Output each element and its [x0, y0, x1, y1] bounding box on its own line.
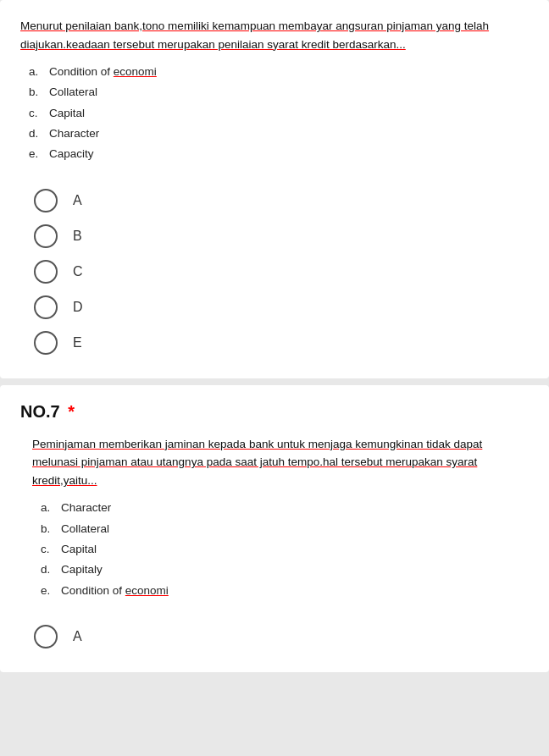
radio-row-1b[interactable]: B	[34, 224, 529, 248]
radio-circle-c[interactable]	[34, 260, 58, 284]
option-2e: e. Condition of economi	[41, 581, 529, 601]
radio-row-1e[interactable]: E	[34, 331, 529, 355]
question-text-2: Peminjaman memberikan jaminan kepada ban…	[32, 435, 529, 490]
question-card-2: NO.7 * Peminjaman memberikan jaminan kep…	[0, 385, 549, 672]
radio-label-2a: A	[73, 629, 82, 644]
section-label-2: NO.7	[20, 402, 60, 421]
option-1e: e. Capacity	[29, 144, 529, 164]
highlight-2e: economi	[125, 584, 169, 597]
option-2c: c. Capital	[41, 539, 529, 560]
radio-label-b: B	[73, 229, 82, 244]
question-card-1: Menurut penilaian bank,tono memiliki kem…	[0, 0, 549, 378]
radio-group-2: A	[20, 616, 529, 648]
option-2a: a. Character	[41, 498, 529, 518]
option-1a: a. Condition of economi	[29, 62, 529, 82]
radio-row-1c[interactable]: C	[34, 260, 529, 284]
question-body-1: Menurut penilaian bank,tono memiliki kem…	[20, 19, 489, 51]
option-1d: d. Character	[29, 124, 529, 144]
radio-label-c: C	[73, 264, 83, 279]
option-1b: b. Collateral	[29, 82, 529, 102]
radio-circle-e[interactable]	[34, 331, 58, 355]
options-list-2: a. Character b. Collateral c. Capital d.…	[32, 498, 529, 600]
radio-circle-2a[interactable]	[34, 625, 58, 648]
radio-label-d: D	[73, 300, 83, 315]
required-asterisk: *	[64, 402, 75, 421]
radio-circle-a[interactable]	[34, 189, 58, 212]
option-1c: c. Capital	[29, 103, 529, 124]
highlight-1a: economi	[114, 65, 157, 78]
radio-row-2a[interactable]: A	[34, 625, 529, 648]
options-list-1: a. Condition of economi b. Collateral c.…	[20, 62, 529, 164]
radio-circle-b[interactable]	[34, 224, 58, 248]
option-2b: b. Collateral	[41, 519, 529, 539]
radio-row-1a[interactable]: A	[34, 189, 529, 212]
radio-group-1: A B C D E	[20, 180, 529, 355]
radio-circle-d[interactable]	[34, 295, 58, 319]
radio-label-a: A	[73, 193, 82, 208]
question-text-1: Menurut penilaian bank,tono memiliki kem…	[20, 17, 529, 53]
section-title-2: NO.7 *	[20, 402, 529, 422]
radio-row-1d[interactable]: D	[34, 295, 529, 319]
option-2d: d. Capitaly	[41, 560, 529, 580]
radio-label-e: E	[73, 335, 82, 350]
question-body-2: Peminjaman memberikan jaminan kepada ban…	[32, 438, 482, 487]
